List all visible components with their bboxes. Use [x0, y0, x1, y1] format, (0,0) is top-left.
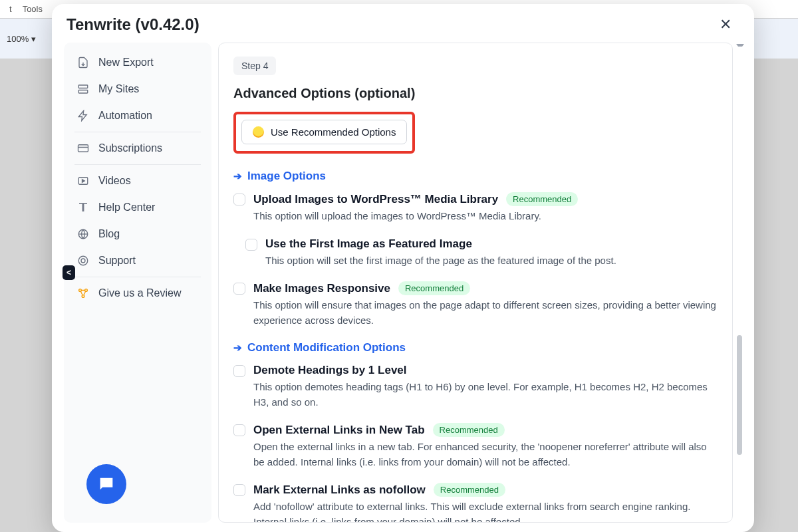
arrow-right-icon: ➔	[233, 170, 242, 182]
section-heading: Advanced Options (optional)	[233, 86, 718, 101]
option-demote-headings: Demote Headings by 1 Level This option d…	[233, 364, 718, 410]
svg-marker-5	[82, 180, 85, 183]
card-icon	[77, 142, 89, 154]
sidebar-item-review[interactable]: Give us a Review	[69, 280, 206, 307]
option-title: Open External Links in New Tab	[253, 424, 425, 437]
sidebar: New Export My Sites Automation Subsc	[64, 43, 211, 523]
sidebar-item-label: Videos	[98, 175, 131, 187]
sidebar-item-label: My Sites	[98, 83, 139, 95]
star-icon	[77, 287, 89, 299]
option-description: This option will set the first image of …	[265, 253, 718, 269]
checkbox[interactable]	[233, 194, 245, 205]
subsection-title: Content Modification Options	[247, 341, 406, 354]
recommended-badge: Recommended	[433, 423, 505, 437]
close-button[interactable]: ✕	[714, 15, 737, 35]
sidebar-item-label: Support	[98, 255, 136, 267]
option-responsive-images: Make Images Responsive Recommended This …	[233, 281, 718, 328]
svg-point-7	[78, 256, 88, 265]
modal-title: Tenwrite (v0.42.0)	[66, 15, 200, 34]
option-title: Use the First Image as Featured Image	[265, 237, 472, 251]
lightbulb-icon	[253, 126, 264, 138]
recommended-badge: Recommended	[434, 483, 505, 497]
subsection-title: Image Options	[247, 170, 326, 183]
option-title: Demote Headings by 1 Level	[253, 364, 407, 377]
option-title: Make Images Responsive	[253, 282, 390, 295]
use-recommended-button[interactable]: Use Recommended Options	[241, 120, 407, 144]
modal-dialog: Tenwrite (v0.42.0) ✕ New Export My Sites	[52, 4, 754, 532]
server-icon	[77, 83, 89, 95]
step-badge: Step 4	[233, 57, 276, 75]
sidebar-item-blog[interactable]: Blog	[69, 221, 206, 247]
recommended-badge: Recommended	[506, 192, 578, 206]
option-featured-image: Use the First Image as Featured Image Th…	[245, 237, 718, 269]
button-label: Use Recommended Options	[271, 126, 396, 138]
option-title: Mark External Links as nofollow	[253, 483, 426, 497]
sidebar-item-support[interactable]: Support	[69, 247, 206, 274]
checkbox[interactable]	[233, 484, 245, 496]
checkbox[interactable]	[233, 424, 245, 436]
option-description: Open the external links in a new tab. Fo…	[253, 440, 718, 469]
checkbox[interactable]	[233, 365, 245, 377]
sidebar-item-my-sites[interactable]: My Sites	[69, 76, 206, 102]
option-description: This option will ensure that images on t…	[253, 298, 718, 328]
subsection-content-options[interactable]: ➔ Content Modification Options	[233, 341, 718, 354]
scrollbar[interactable]	[735, 43, 745, 523]
svg-rect-0	[78, 85, 88, 88]
sidebar-item-new-export[interactable]: New Export	[69, 49, 206, 76]
book-icon	[77, 201, 89, 213]
svg-point-8	[81, 259, 85, 263]
option-description: This option demotes heading tags (H1 to …	[253, 380, 718, 410]
sidebar-item-automation[interactable]: Automation	[69, 102, 206, 129]
collapse-sidebar-button[interactable]: <	[63, 265, 75, 280]
svg-rect-2	[78, 145, 88, 152]
sidebar-item-subscriptions[interactable]: Subscriptions	[69, 135, 206, 162]
divider	[74, 164, 201, 165]
svg-rect-1	[78, 90, 88, 94]
option-description: This option will upload the images to Wo…	[253, 209, 718, 224]
sidebar-item-help-center[interactable]: Help Center	[69, 194, 206, 221]
option-external-links-newtab: Open External Links in New Tab Recommend…	[233, 423, 718, 469]
chat-icon	[97, 475, 116, 493]
sidebar-item-videos[interactable]: Videos	[69, 168, 206, 194]
option-nofollow-links: Mark External Links as nofollow Recommen…	[233, 483, 718, 523]
sidebar-item-label: New Export	[98, 57, 154, 68]
highlight-annotation: Use Recommended Options	[233, 112, 415, 154]
lifebuoy-icon	[77, 255, 89, 267]
checkbox[interactable]	[245, 239, 257, 251]
option-description: Add 'nofollow' attribute to external lin…	[253, 499, 718, 523]
recommended-badge: Recommended	[398, 281, 470, 295]
divider	[74, 277, 201, 277]
bolt-icon	[77, 110, 89, 122]
play-icon	[77, 175, 89, 187]
globe-icon	[77, 228, 89, 240]
scrollbar-thumb[interactable]	[737, 335, 742, 455]
sidebar-item-label: Blog	[98, 228, 120, 240]
option-title: Upload Images to WordPress™ Media Librar…	[253, 193, 498, 206]
divider	[74, 132, 201, 132]
sidebar-item-label: Subscriptions	[98, 142, 162, 154]
content-panel: Step 4 Advanced Options (optional) Use R…	[218, 43, 733, 523]
subsection-image-options[interactable]: ➔ Image Options	[233, 170, 718, 183]
chat-button[interactable]	[86, 464, 126, 504]
arrow-right-icon: ➔	[233, 342, 242, 354]
export-icon	[77, 57, 89, 68]
option-upload-images: Upload Images to WordPress™ Media Librar…	[233, 192, 718, 224]
checkbox[interactable]	[233, 283, 245, 295]
sidebar-item-label: Help Center	[98, 201, 155, 213]
sidebar-item-label: Give us a Review	[98, 287, 182, 299]
sidebar-item-label: Automation	[98, 110, 152, 122]
